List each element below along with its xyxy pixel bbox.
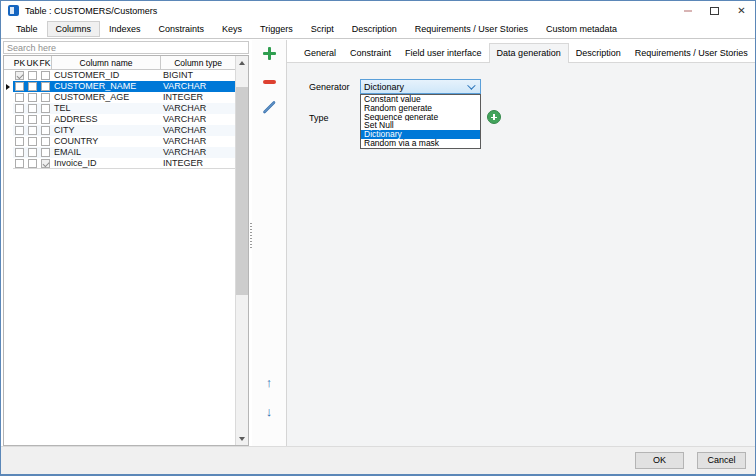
header-cell-column-type: Column type — [161, 56, 235, 70]
dropdown-option[interactable]: Random via a mask — [361, 139, 480, 148]
scroll-up-button[interactable] — [236, 56, 248, 69]
pk-checkbox[interactable] — [15, 137, 24, 146]
table-row[interactable]: CUSTOMER_NAME VARCHAR — [4, 81, 235, 92]
tab-script[interactable]: Script — [302, 21, 343, 37]
table-row[interactable]: TEL VARCHAR — [4, 103, 235, 114]
uk-checkbox[interactable] — [28, 115, 37, 124]
column-name-cell: CITY — [52, 125, 161, 136]
subtab-constraint[interactable]: Constraint — [343, 44, 398, 62]
tab-columns[interactable]: Columns — [47, 21, 101, 37]
vertical-scrollbar[interactable] — [235, 56, 248, 445]
pk-checkbox[interactable] — [15, 104, 24, 113]
fk-checkbox[interactable] — [41, 82, 50, 91]
pk-checkbox[interactable] — [15, 159, 24, 168]
subtab-field-user-interface[interactable]: Field user interface — [398, 44, 489, 62]
column-type-cell: BIGINT — [161, 70, 235, 81]
table-row[interactable]: Invoice_ID INTEGER — [4, 158, 235, 169]
search-input[interactable] — [3, 41, 249, 54]
column-name-cell: ADDRESS — [52, 114, 161, 125]
subtab-description[interactable]: Description — [569, 44, 628, 62]
table-row[interactable]: CUSTOMER_ID BIGINT — [4, 70, 235, 81]
add-type-value-button[interactable] — [487, 110, 501, 124]
pk-checkbox[interactable] — [15, 93, 24, 102]
tab-keys[interactable]: Keys — [213, 21, 251, 37]
column-name-cell: TEL — [52, 103, 161, 114]
close-button[interactable]: ✕ — [728, 1, 755, 20]
maximize-button[interactable] — [701, 1, 728, 20]
dropdown-option[interactable]: Sequence generate — [361, 113, 480, 122]
pk-checkbox[interactable] — [15, 82, 24, 91]
row-selector-gutter — [4, 147, 13, 158]
move-up-button[interactable]: ↑ — [252, 374, 286, 390]
dropdown-option[interactable]: Set Null — [361, 121, 480, 130]
column-actions-toolbar: ↑ ↓ — [252, 40, 286, 447]
columns-table: PK UK FK Column name Column type CUSTOME… — [3, 55, 249, 446]
pk-checkbox[interactable] — [15, 126, 24, 135]
column-type-cell: VARCHAR — [161, 125, 235, 136]
column-type-cell: INTEGER — [161, 158, 235, 169]
table-row[interactable]: CUSTOMER_AGE INTEGER — [4, 92, 235, 103]
column-name-cell: CUSTOMER_NAME — [52, 81, 161, 92]
row-selector-gutter — [4, 158, 13, 169]
table-row[interactable]: ADDRESS VARCHAR — [4, 114, 235, 125]
remove-column-button[interactable] — [252, 78, 286, 86]
header-cell-uk: UK — [26, 56, 39, 70]
fk-checkbox[interactable] — [41, 126, 50, 135]
tab-triggers[interactable]: Triggers — [251, 21, 302, 37]
table-row[interactable]: CITY VARCHAR — [4, 125, 235, 136]
fk-checkbox[interactable] — [41, 93, 50, 102]
subtab-general[interactable]: General — [297, 44, 343, 62]
fk-checkbox[interactable] — [41, 115, 50, 124]
column-name-cell: COUNTRY — [52, 136, 161, 147]
pk-checkbox[interactable] — [15, 148, 24, 157]
generator-select[interactable]: Dictionary — [360, 79, 481, 94]
generator-value: Dictionary — [364, 82, 467, 92]
tab-custom-metadata[interactable]: Custom metadata — [537, 21, 626, 37]
uk-checkbox[interactable] — [28, 93, 37, 102]
move-down-button[interactable]: ↓ — [252, 403, 286, 419]
fk-checkbox[interactable] — [41, 104, 50, 113]
uk-checkbox[interactable] — [28, 71, 37, 80]
tab-table[interactable]: Table — [7, 21, 47, 37]
column-name-cell: CUSTOMER_AGE — [52, 92, 161, 103]
dropdown-option[interactable]: Random generate — [361, 104, 480, 113]
add-column-button[interactable] — [252, 46, 286, 60]
main-tab-bar: Table Columns Indexes Constraints Keys T… — [1, 20, 755, 39]
scrollbar-thumb[interactable] — [236, 87, 248, 295]
edit-column-button[interactable] — [252, 99, 286, 117]
maximize-icon — [710, 7, 719, 15]
subtab-data-generation[interactable]: Data generation — [489, 43, 569, 63]
ok-button[interactable]: OK — [635, 452, 684, 469]
uk-checkbox[interactable] — [28, 159, 37, 168]
tab-description[interactable]: Description — [343, 21, 406, 37]
minimize-button[interactable] — [674, 1, 701, 20]
arrow-up-icon: ↑ — [266, 376, 273, 389]
fk-checkbox[interactable] — [41, 148, 50, 157]
arrow-down-icon: ↓ — [266, 405, 273, 418]
table-row[interactable]: EMAIL VARCHAR — [4, 147, 235, 158]
tab-indexes[interactable]: Indexes — [100, 21, 150, 37]
dropdown-option[interactable]: Constant value — [361, 95, 480, 104]
scroll-down-button[interactable] — [236, 432, 248, 445]
dropdown-option-selected[interactable]: Dictionary — [361, 130, 480, 139]
row-selector-gutter — [4, 103, 13, 114]
tab-constraints[interactable]: Constraints — [150, 21, 214, 37]
generator-label: Generator — [309, 82, 350, 92]
table-row[interactable]: COUNTRY VARCHAR — [4, 136, 235, 147]
cancel-button[interactable]: Cancel — [697, 452, 746, 469]
fk-checkbox[interactable] — [41, 137, 50, 146]
row-selector-gutter — [4, 136, 13, 147]
fk-checkbox[interactable] — [41, 71, 50, 80]
subtab-requirements-user-stories[interactable]: Requirements / User Stories — [628, 44, 755, 62]
uk-checkbox[interactable] — [28, 148, 37, 157]
pk-checkbox[interactable] — [15, 115, 24, 124]
fk-checkbox[interactable] — [41, 159, 50, 168]
uk-checkbox[interactable] — [28, 137, 37, 146]
data-generation-form: Generator Dictionary Type Constant value… — [287, 63, 756, 447]
dialog-footer: OK Cancel — [1, 446, 755, 474]
tab-requirements-user-stories[interactable]: Requirements / User Stories — [406, 21, 537, 37]
uk-checkbox[interactable] — [28, 104, 37, 113]
pk-checkbox[interactable] — [15, 71, 24, 80]
uk-checkbox[interactable] — [28, 82, 37, 91]
uk-checkbox[interactable] — [28, 126, 37, 135]
